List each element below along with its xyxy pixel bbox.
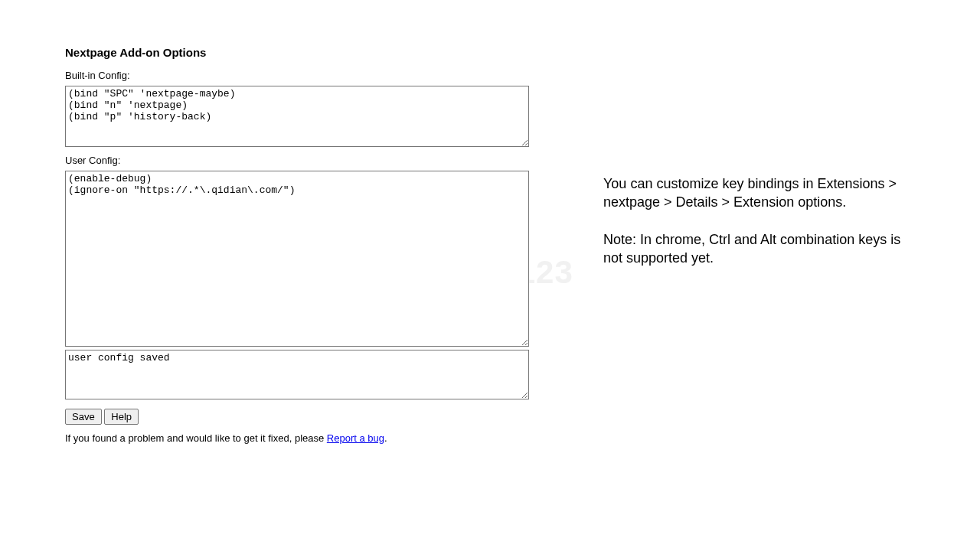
footer-suffix: . (384, 432, 387, 444)
button-row: Save Help (65, 409, 532, 425)
report-bug-link[interactable]: Report a bug (327, 432, 384, 444)
status-textarea[interactable] (65, 350, 529, 399)
builtin-config-label: Built-in Config: (65, 70, 532, 81)
save-button[interactable]: Save (65, 409, 102, 425)
user-config-textarea[interactable] (65, 171, 529, 347)
info-panel: You can customize key bindings in Extens… (603, 174, 910, 285)
footer-prefix: If you found a problem and would like to… (65, 432, 327, 444)
user-config-label: User Config: (65, 155, 532, 166)
page-title: Nextpage Add-on Options (65, 46, 532, 59)
info-paragraph-1: You can customize key bindings in Extens… (603, 174, 910, 212)
builtin-config-textarea[interactable] (65, 86, 529, 147)
info-paragraph-2: Note: In chrome, Ctrl and Alt combinatio… (603, 230, 910, 268)
options-panel: Nextpage Add-on Options Built-in Config:… (65, 46, 532, 444)
footer-text: If you found a problem and would like to… (65, 432, 532, 444)
help-button[interactable]: Help (104, 409, 139, 425)
